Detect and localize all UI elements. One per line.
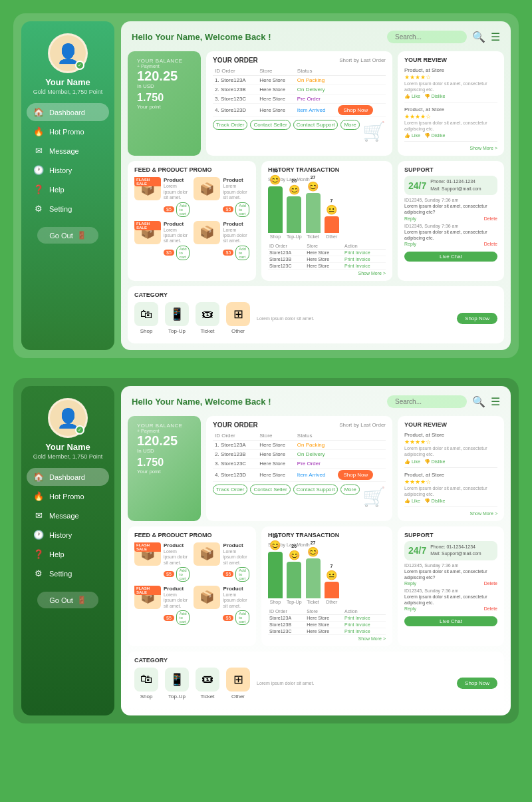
- search-input-2[interactable]: [387, 395, 467, 408]
- add-to-cart-4[interactable]: Add to cart: [235, 246, 249, 260]
- sidebar-item-history[interactable]: 🕐 History: [27, 161, 109, 179]
- dislike-2-1[interactable]: 👎 Dislike: [424, 459, 446, 465]
- promo-name-4: Product: [223, 221, 249, 227]
- sidebar2-item-help[interactable]: ❓ Help: [27, 545, 109, 563]
- topup-icon: 📱: [165, 302, 189, 326]
- support-panel: SUPPORT 24/7 Phone: 01-1234-1234 Mail: S…: [398, 161, 504, 281]
- like-2-1[interactable]: 👍 Like: [404, 459, 420, 465]
- sidebar-item-hotpromo[interactable]: 🔥 Hot Promo: [27, 122, 109, 140]
- dislike-2-2[interactable]: 👎 Dislike: [424, 499, 446, 504]
- delete-button-2[interactable]: Delete: [484, 242, 497, 246]
- cat-shop-label-2: Shop: [140, 694, 153, 700]
- delete-button-1[interactable]: Delete: [484, 216, 497, 221]
- like-button-1[interactable]: 👍 Like: [404, 94, 420, 99]
- shop-now-button[interactable]: Shop Now: [338, 105, 373, 115]
- promo-img-2: 📦: [194, 177, 220, 200]
- promo-price-2: $5: [223, 206, 233, 212]
- menu-icon-2[interactable]: ☰: [491, 395, 500, 408]
- add-to-cart-1[interactable]: Add to cart: [176, 202, 190, 217]
- add-to-cart-2-4[interactable]: Add to cart: [235, 610, 249, 625]
- contact-seller-2[interactable]: Contact Seller: [250, 485, 290, 495]
- history-show-more-2[interactable]: Show More >: [268, 636, 386, 641]
- sidebar2-item-dashboard[interactable]: 🏠 Dashboard: [27, 468, 109, 486]
- search-icon-2[interactable]: 🔍: [472, 395, 485, 408]
- history-show-more[interactable]: Show More >: [268, 271, 386, 276]
- dislike-button-1[interactable]: 👎 Dislike: [424, 94, 446, 99]
- contact-support-2[interactable]: Contact Support: [293, 485, 338, 495]
- review-product-2-2: Product, at Store: [404, 472, 497, 478]
- home-icon: 🏠: [33, 107, 44, 117]
- delete-button-2-2[interactable]: Delete: [484, 606, 497, 611]
- add-to-cart-2-2[interactable]: Add to cart: [235, 567, 249, 582]
- bar-label-topup: Top-Up: [287, 234, 302, 239]
- stars-2-2: ★★★★☆: [404, 479, 497, 485]
- review-show-more[interactable]: Show More >: [404, 146, 497, 150]
- sidebar-item-dashboard[interactable]: 🏠 Dashboard: [27, 103, 109, 121]
- dislike-button-2[interactable]: 👎 Dislike: [424, 133, 446, 138]
- review-item-1: Product, at Store ★★★★☆ Lorem ipsum dolo…: [404, 67, 497, 102]
- sidebar-item-message[interactable]: ✉ Message: [27, 142, 109, 160]
- cat-other-2[interactable]: ⊞ Other: [226, 668, 250, 700]
- add-to-cart-2-3[interactable]: Add to cart: [176, 610, 190, 625]
- like-button-2[interactable]: 👍 Like: [404, 133, 420, 138]
- cat-ticket-2[interactable]: 🎟 Ticket: [196, 668, 219, 700]
- sidebar2-item-history[interactable]: 🕐 History: [27, 526, 109, 544]
- add-to-cart-3[interactable]: Add to cart: [176, 246, 190, 260]
- reply-button-2-1[interactable]: Reply: [404, 581, 416, 586]
- promo-desc-1: Lorem ipsum dolor sit amet.: [164, 184, 190, 200]
- more-2[interactable]: More: [340, 485, 359, 495]
- track-order-2[interactable]: Track Order: [213, 485, 247, 495]
- reply-button-2-2[interactable]: Reply: [404, 606, 416, 611]
- logout-icon: 🚪: [77, 231, 86, 240]
- support-msg-2: ID12345, Sunday 7:36 am Lorem ipsum dolo…: [404, 224, 497, 246]
- track-order-button[interactable]: Track Order: [213, 120, 247, 130]
- sidebar-item-setting[interactable]: ⚙ Setting: [27, 200, 109, 218]
- contact-seller-button[interactable]: Contact Seller: [250, 120, 290, 130]
- promo-img-2-2: 📦: [194, 542, 220, 566]
- table-row: 4. Store123D Here Store Item Arrived Sho…: [213, 104, 386, 117]
- sidebar: 👤 Your Name Gold Member, 1,750 Point 🏠 D…: [21, 21, 114, 350]
- category-shop-now-button[interactable]: Shop Now: [457, 313, 497, 324]
- sidebar-2: 👤 Your Name Gold Member, 1,750 Point 🏠 D…: [21, 386, 114, 715]
- cat-ticket[interactable]: 🎟 Ticket: [196, 302, 219, 334]
- support-mail-2: Mail: Support@mail.com: [430, 550, 481, 558]
- shop-now-button-2[interactable]: Shop Now: [338, 470, 373, 480]
- live-chat-button[interactable]: Live Chat: [404, 252, 497, 262]
- add-to-cart-2-1[interactable]: Add to cart: [176, 567, 190, 582]
- bar-ticket-2: 27 😊 Ticket: [306, 540, 321, 604]
- cat-topup[interactable]: 📱 Top-Up: [165, 302, 189, 334]
- cat-shop[interactable]: 🛍 Shop: [134, 302, 158, 334]
- cat-other[interactable]: ⊞ Other: [226, 302, 250, 334]
- sidebar-nav-2: 🏠 Dashboard 🔥 Hot Promo ✉ Message 🕐 Hist…: [21, 468, 114, 582]
- cat-shop-2[interactable]: 🛍 Shop: [134, 668, 158, 700]
- bar-count-topup-2: 26: [291, 544, 297, 548]
- review-show-more-2[interactable]: Show More >: [404, 511, 497, 516]
- live-chat-button-2[interactable]: Live Chat: [404, 616, 497, 626]
- delete-button-2-1[interactable]: Delete: [484, 581, 497, 586]
- contact-support-button[interactable]: Contact Support: [293, 120, 338, 130]
- promo-item-2-4: 📦 Product Lorem ipsum dolor sit amet. $5…: [194, 586, 249, 625]
- go-out-button[interactable]: Go Out 🚪: [37, 227, 98, 244]
- bar-count-shop-2: 30: [273, 534, 278, 538]
- bar-emoji-other-2: 😐: [326, 570, 337, 580]
- category-title: CATEGORY: [134, 292, 497, 298]
- review-product-1: Product, at Store: [404, 67, 497, 73]
- add-to-cart-2[interactable]: Add to cart: [235, 202, 249, 217]
- sidebar-item-help[interactable]: ❓ Help: [27, 180, 109, 198]
- like-2-2[interactable]: 👍 Like: [404, 499, 420, 504]
- sidebar2-item-message[interactable]: ✉ Message: [27, 506, 109, 524]
- category-shop-now-button-2[interactable]: Shop Now: [457, 678, 497, 689]
- search-input[interactable]: [387, 31, 467, 43]
- review-product-2-1: Product, at Store: [404, 432, 497, 438]
- search-icon[interactable]: 🔍: [472, 31, 485, 43]
- sidebar2-item-hotpromo[interactable]: 🔥 Hot Promo: [27, 487, 109, 505]
- menu-icon[interactable]: ☰: [491, 31, 500, 43]
- reply-button-1[interactable]: Reply: [404, 216, 416, 221]
- cat-topup-2[interactable]: 📱 Top-Up: [165, 668, 189, 700]
- go-out-button-2[interactable]: Go Out 🚪: [37, 592, 98, 608]
- bar-fill-topup-2: [287, 562, 301, 598]
- promo-price-2-4: $5: [223, 615, 233, 621]
- reply-button-2[interactable]: Reply: [404, 242, 416, 246]
- sidebar2-item-setting[interactable]: ⚙ Setting: [27, 564, 109, 582]
- more-button[interactable]: More: [340, 120, 359, 130]
